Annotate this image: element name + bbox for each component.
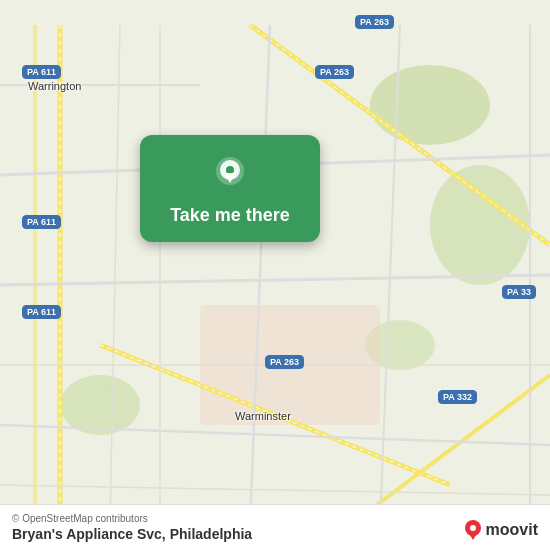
take-me-there-container: Take me there [140, 135, 320, 242]
moovit-text: moovit [486, 521, 538, 539]
road-badge-pa263-2: PA 263 [315, 65, 354, 79]
copyright-text: © OpenStreetMap contributors [12, 513, 538, 524]
road-badge-pa611-3: PA 611 [22, 305, 61, 319]
svg-point-26 [226, 166, 234, 174]
svg-line-16 [250, 25, 270, 525]
svg-point-2 [60, 375, 140, 435]
take-me-there-button[interactable]: Take me there [170, 205, 290, 226]
road-badge-pa332: PA 332 [438, 390, 477, 404]
svg-point-1 [430, 165, 530, 285]
moovit-logo: moovit [464, 518, 538, 542]
place-label-warrington: Warrington [28, 80, 81, 92]
location-title: Bryan's Appliance Svc, Philadelphia [12, 526, 538, 542]
green-card: Take me there [140, 135, 320, 242]
place-label-warminster: Warminster [235, 410, 291, 422]
svg-point-30 [470, 525, 476, 531]
svg-line-23 [0, 485, 550, 495]
map-roads [0, 0, 550, 550]
moovit-pin-icon [464, 518, 482, 542]
road-badge-pa611-1: PA 611 [22, 65, 61, 79]
svg-marker-29 [468, 532, 478, 540]
svg-point-0 [370, 65, 490, 145]
map-container: PA 611 PA 611 PA 611 PA 263 PA 263 PA 26… [0, 0, 550, 550]
road-badge-pa33: PA 33 [502, 285, 536, 299]
road-badge-pa263-3: PA 263 [265, 355, 304, 369]
bottom-bar: © OpenStreetMap contributors Bryan's App… [0, 504, 550, 550]
svg-line-20 [110, 25, 120, 525]
location-pin-icon [210, 155, 250, 195]
road-badge-pa611-2: PA 611 [22, 215, 61, 229]
road-badge-pa263-1: PA 263 [355, 15, 394, 29]
